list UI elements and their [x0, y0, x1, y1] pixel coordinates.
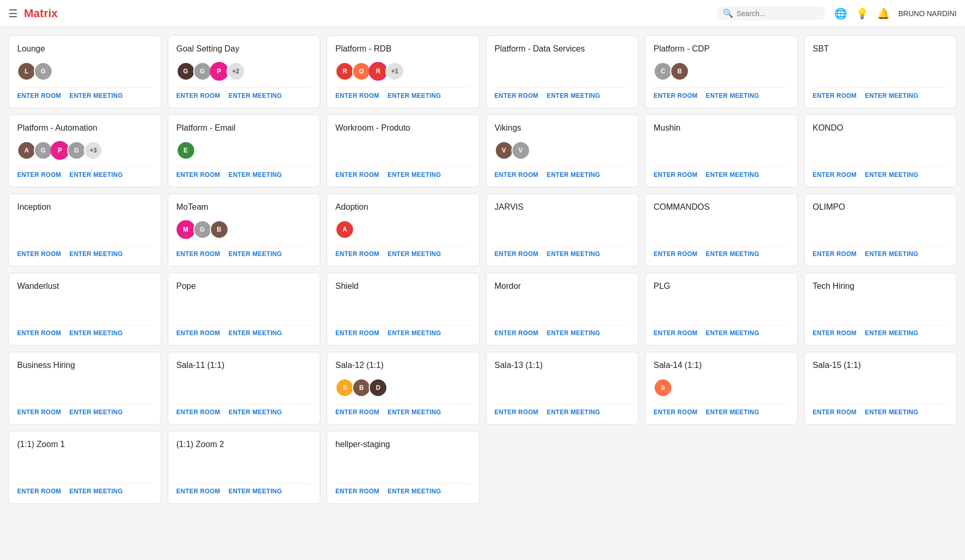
- enter-room-button[interactable]: ENTER ROOM: [17, 171, 61, 179]
- avatar: M: [177, 220, 195, 239]
- room-title: (1:1) Zoom 1: [17, 440, 153, 449]
- enter-meeting-button[interactable]: ENTER MEETING: [69, 92, 123, 99]
- room-card: KONDOENTER ROOMENTER MEETING: [804, 114, 957, 187]
- enter-room-button[interactable]: ENTER ROOM: [813, 171, 857, 179]
- enter-meeting-button[interactable]: ENTER MEETING: [387, 409, 441, 416]
- room-actions: ENTER ROOMENTER MEETING: [813, 167, 948, 179]
- enter-room-button[interactable]: ENTER ROOM: [495, 92, 538, 99]
- enter-meeting-button[interactable]: ENTER MEETING: [706, 409, 759, 416]
- enter-meeting-button[interactable]: ENTER MEETING: [69, 250, 123, 258]
- room-card: Goal Setting DayGGP+2ENTER ROOMENTER MEE…: [168, 35, 321, 108]
- enter-meeting-button[interactable]: ENTER MEETING: [865, 171, 919, 179]
- enter-room-button[interactable]: ENTER ROOM: [335, 171, 379, 179]
- user-menu[interactable]: BRUNO NARDINI: [898, 9, 957, 18]
- enter-meeting-button[interactable]: ENTER MEETING: [706, 329, 759, 337]
- enter-room-button[interactable]: ENTER ROOM: [813, 92, 857, 99]
- avatar: R: [335, 62, 354, 81]
- room-actions: ENTER ROOMENTER MEETING: [17, 404, 153, 416]
- enter-meeting-button[interactable]: ENTER MEETING: [865, 250, 919, 258]
- enter-meeting-button[interactable]: ENTER MEETING: [706, 92, 759, 99]
- enter-room-button[interactable]: ENTER ROOM: [17, 92, 61, 99]
- enter-meeting-button[interactable]: ENTER MEETING: [229, 171, 282, 179]
- avatar: D: [369, 378, 387, 397]
- enter-room-button[interactable]: ENTER ROOM: [335, 92, 379, 99]
- enter-meeting-button[interactable]: ENTER MEETING: [547, 409, 600, 416]
- enter-room-button[interactable]: ENTER ROOM: [813, 409, 857, 416]
- enter-meeting-button[interactable]: ENTER MEETING: [387, 171, 441, 179]
- room-avatars: A: [335, 217, 471, 241]
- room-card: WanderlustENTER ROOMENTER MEETING: [8, 273, 161, 346]
- room-title: Platform - Email: [177, 123, 312, 133]
- enter-meeting-button[interactable]: ENTER MEETING: [547, 92, 600, 99]
- enter-meeting-button[interactable]: ENTER MEETING: [865, 92, 919, 99]
- enter-room-button[interactable]: ENTER ROOM: [654, 409, 697, 416]
- enter-room-button[interactable]: ENTER ROOM: [335, 329, 379, 337]
- enter-meeting-button[interactable]: ENTER MEETING: [706, 171, 759, 179]
- avatar: L: [17, 62, 36, 81]
- enter-meeting-button[interactable]: ENTER MEETING: [865, 329, 919, 337]
- enter-meeting-button[interactable]: ENTER MEETING: [387, 92, 441, 99]
- enter-meeting-button[interactable]: ENTER MEETING: [229, 250, 282, 258]
- avatar: A: [17, 141, 36, 160]
- enter-meeting-button[interactable]: ENTER MEETING: [387, 250, 441, 258]
- room-actions: ENTER ROOMENTER MEETING: [335, 87, 471, 99]
- enter-room-button[interactable]: ENTER ROOM: [17, 329, 61, 337]
- enter-room-button[interactable]: ENTER ROOM: [335, 409, 379, 416]
- avatar-count: +2: [227, 62, 245, 81]
- room-title: Mushin: [654, 123, 789, 133]
- room-card: Sala-12 (1:1)SBDENTER ROOMENTER MEETING: [327, 352, 480, 425]
- hamburger-menu-icon[interactable]: ☰: [8, 7, 18, 20]
- enter-room-button[interactable]: ENTER ROOM: [813, 250, 857, 258]
- room-card: Platform - Data ServicesENTER ROOMENTER …: [486, 35, 639, 108]
- avatar: S: [335, 378, 354, 397]
- enter-room-button[interactable]: ENTER ROOM: [335, 488, 379, 495]
- enter-room-button[interactable]: ENTER ROOM: [654, 329, 697, 337]
- enter-meeting-button[interactable]: ENTER MEETING: [547, 171, 600, 179]
- enter-room-button[interactable]: ENTER ROOM: [177, 92, 220, 99]
- room-actions: ENTER ROOMENTER MEETING: [654, 404, 789, 416]
- enter-room-button[interactable]: ENTER ROOM: [654, 250, 697, 258]
- enter-room-button[interactable]: ENTER ROOM: [17, 409, 61, 416]
- enter-meeting-button[interactable]: ENTER MEETING: [229, 409, 282, 416]
- room-title: Sala-12 (1:1): [335, 361, 471, 370]
- enter-room-button[interactable]: ENTER ROOM: [177, 329, 220, 337]
- enter-room-button[interactable]: ENTER ROOM: [813, 329, 857, 337]
- enter-meeting-button[interactable]: ENTER MEETING: [547, 329, 600, 337]
- enter-room-button[interactable]: ENTER ROOM: [177, 171, 220, 179]
- room-title: MoTeam: [177, 202, 312, 212]
- enter-meeting-button[interactable]: ENTER MEETING: [229, 488, 282, 495]
- enter-room-button[interactable]: ENTER ROOM: [654, 171, 697, 179]
- enter-meeting-button[interactable]: ENTER MEETING: [69, 329, 123, 337]
- room-card: JARVISENTER ROOMENTER MEETING: [486, 194, 639, 266]
- enter-meeting-button[interactable]: ENTER MEETING: [69, 171, 123, 179]
- room-title: OLIMPO: [813, 202, 948, 212]
- globe-icon[interactable]: 🌐: [834, 7, 847, 20]
- enter-room-button[interactable]: ENTER ROOM: [495, 409, 538, 416]
- enter-room-button[interactable]: ENTER ROOM: [335, 250, 379, 258]
- avatar: G: [34, 141, 53, 160]
- enter-room-button[interactable]: ENTER ROOM: [177, 488, 220, 495]
- enter-room-button[interactable]: ENTER ROOM: [495, 250, 538, 258]
- enter-room-button[interactable]: ENTER ROOM: [654, 92, 697, 99]
- enter-meeting-button[interactable]: ENTER MEETING: [69, 488, 123, 495]
- room-actions: ENTER ROOMENTER MEETING: [813, 246, 948, 258]
- enter-room-button[interactable]: ENTER ROOM: [17, 488, 61, 495]
- room-actions: ENTER ROOMENTER MEETING: [177, 87, 312, 99]
- enter-meeting-button[interactable]: ENTER MEETING: [706, 250, 759, 258]
- bell-icon[interactable]: 🔔: [877, 7, 890, 20]
- search-input[interactable]: [736, 9, 820, 18]
- enter-room-button[interactable]: ENTER ROOM: [495, 329, 538, 337]
- enter-meeting-button[interactable]: ENTER MEETING: [229, 329, 282, 337]
- enter-room-button[interactable]: ENTER ROOM: [177, 250, 220, 258]
- enter-room-button[interactable]: ENTER ROOM: [495, 171, 538, 179]
- enter-meeting-button[interactable]: ENTER MEETING: [387, 488, 441, 495]
- lightbulb-icon[interactable]: 💡: [856, 7, 869, 20]
- enter-meeting-button[interactable]: ENTER MEETING: [229, 92, 282, 99]
- enter-meeting-button[interactable]: ENTER MEETING: [69, 409, 123, 416]
- enter-room-button[interactable]: ENTER ROOM: [17, 250, 61, 258]
- enter-meeting-button[interactable]: ENTER MEETING: [387, 329, 441, 337]
- enter-meeting-button[interactable]: ENTER MEETING: [865, 409, 919, 416]
- enter-meeting-button[interactable]: ENTER MEETING: [547, 250, 600, 258]
- avatar-count: +3: [84, 141, 103, 160]
- enter-room-button[interactable]: ENTER ROOM: [177, 409, 220, 416]
